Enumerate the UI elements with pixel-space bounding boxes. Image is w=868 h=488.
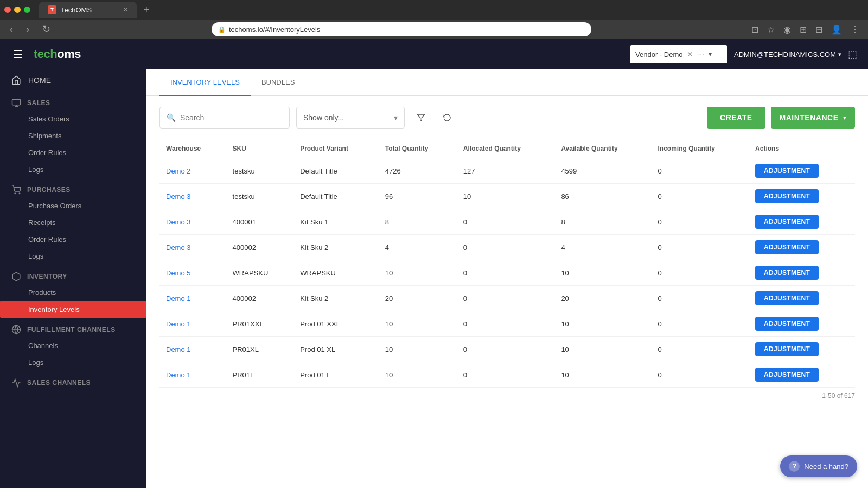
sidebar-section-fulfillment[interactable]: FULFILLMENT CHANNELS bbox=[0, 318, 146, 337]
sidebar-item-shipments[interactable]: Shipments bbox=[0, 127, 146, 144]
adjustment-button-0[interactable]: ADJUSTMENT bbox=[755, 164, 819, 178]
cell-total-4: 10 bbox=[379, 260, 457, 286]
warehouse-link-5[interactable]: Demo 1 bbox=[166, 294, 191, 303]
user-info[interactable]: ADMIN@TECHDINAMICS.COM ▾ bbox=[734, 50, 841, 59]
adjustment-button-6[interactable]: ADJUSTMENT bbox=[755, 317, 819, 331]
col-total-qty: Total Quantity bbox=[379, 139, 457, 158]
cell-total-2: 8 bbox=[379, 209, 457, 235]
warehouse-link-2[interactable]: Demo 3 bbox=[166, 218, 191, 226]
refresh-icon-button[interactable] bbox=[437, 108, 457, 127]
minimize-traffic-light[interactable] bbox=[14, 7, 21, 13]
cell-available-6: 10 bbox=[554, 311, 651, 337]
warehouse-link-8[interactable]: Demo 1 bbox=[166, 371, 191, 379]
sidebar-item-fulfillment-logs[interactable]: Logs bbox=[0, 354, 146, 371]
sidebar-item-home[interactable]: HOME bbox=[0, 69, 146, 91]
sidebar-section-inventory[interactable]: INVENTORY bbox=[0, 265, 146, 284]
create-button[interactable]: CREATE bbox=[707, 107, 765, 129]
adjustment-button-2[interactable]: ADJUSTMENT bbox=[755, 215, 819, 229]
search-box[interactable]: 🔍 bbox=[159, 107, 290, 129]
tab-inventory-levels[interactable]: INVENTORY LEVELS bbox=[159, 69, 251, 96]
svg-point-4 bbox=[19, 193, 20, 194]
sidebar-item-purchases-logs[interactable]: Logs bbox=[0, 248, 146, 265]
maintenance-button[interactable]: MAINTENANCE ▾ bbox=[771, 107, 855, 129]
close-traffic-light[interactable] bbox=[4, 7, 11, 13]
back-button[interactable]: ‹ bbox=[7, 23, 16, 36]
address-bar[interactable]: 🔒 techoms.io/#/InventoryLevels bbox=[212, 22, 591, 36]
cell-incoming-1: 0 bbox=[651, 184, 749, 209]
warehouse-link-3[interactable]: Demo 3 bbox=[166, 243, 191, 252]
help-button[interactable]: ? Need a hand? bbox=[780, 455, 857, 477]
sidebar-item-sales-order-rules[interactable]: Order Rules bbox=[0, 144, 146, 161]
cell-variant-8: Prod 01 L bbox=[293, 362, 379, 388]
sidebar-item-sales-orders[interactable]: Sales Orders bbox=[0, 111, 146, 127]
cell-allocated-0: 127 bbox=[457, 158, 555, 184]
sidebar-section-sales-channels[interactable]: SALES CHANNELS bbox=[0, 371, 146, 390]
logout-button[interactable]: ⬚ bbox=[848, 48, 857, 60]
forward-button[interactable]: › bbox=[23, 23, 33, 36]
sidebar-item-sales-logs[interactable]: Logs bbox=[0, 161, 146, 178]
cell-warehouse-4: Demo 5 bbox=[159, 260, 226, 286]
sidebar-item-products[interactable]: Products bbox=[0, 284, 146, 301]
cell-warehouse-6: Demo 1 bbox=[159, 311, 226, 337]
adjustment-button-8[interactable]: ADJUSTMENT bbox=[755, 368, 819, 382]
warehouse-link-4[interactable]: Demo 5 bbox=[166, 269, 191, 277]
sidebar-section-sales[interactable]: SALES bbox=[0, 91, 146, 111]
cell-sku-0: testsku bbox=[226, 158, 294, 184]
warehouse-link-7[interactable]: Demo 1 bbox=[166, 345, 191, 354]
cell-available-4: 10 bbox=[554, 260, 651, 286]
vendor-chevron-icon[interactable]: ▾ bbox=[709, 50, 712, 58]
table-row: Demo 3 400001 Kit Sku 1 8 0 8 0 ADJUSTME… bbox=[159, 209, 855, 235]
cell-available-8: 10 bbox=[554, 362, 651, 388]
cast-icon[interactable]: ⊡ bbox=[749, 23, 761, 36]
cell-variant-2: Kit Sku 1 bbox=[293, 209, 379, 235]
purchases-icon bbox=[11, 184, 22, 195]
vendor-more-button[interactable]: ··· bbox=[698, 50, 704, 59]
tab-close-button[interactable]: × bbox=[123, 5, 128, 15]
search-input[interactable] bbox=[180, 113, 267, 122]
adjustment-button-4[interactable]: ADJUSTMENT bbox=[755, 266, 819, 280]
table-toolbar: 🔍 Show only... ▾ bbox=[159, 107, 855, 129]
tab-bundles[interactable]: BUNDLES bbox=[251, 69, 305, 96]
techoms-icon[interactable]: ◉ bbox=[781, 23, 793, 36]
fulfillment-section-label: FULFILLMENT CHANNELS bbox=[27, 326, 116, 333]
filter-dropdown[interactable]: Show only... ▾ bbox=[296, 107, 405, 129]
cell-actions-1: ADJUSTMENT bbox=[749, 184, 855, 209]
active-browser-tab[interactable]: T TechOMS × bbox=[39, 2, 137, 18]
vendor-selector[interactable]: Vendor - Demo ✕ ··· ▾ bbox=[630, 45, 727, 63]
table-row: Demo 1 PR01XL Prod 01 XL 10 0 10 0 ADJUS… bbox=[159, 337, 855, 362]
vendor-label: Vendor - Demo bbox=[635, 50, 682, 59]
warehouse-link-1[interactable]: Demo 3 bbox=[166, 192, 191, 201]
new-tab-button[interactable]: + bbox=[139, 2, 154, 18]
sidebar-section-purchases[interactable]: PURCHASES bbox=[0, 178, 146, 197]
warehouse-link-0[interactable]: Demo 2 bbox=[166, 167, 191, 175]
purchases-section-label: PURCHASES bbox=[27, 186, 71, 194]
sidebar-item-inventory-levels[interactable]: Inventory Levels bbox=[0, 301, 146, 318]
adjustment-button-1[interactable]: ADJUSTMENT bbox=[755, 189, 819, 203]
bookmark-icon[interactable]: ☆ bbox=[765, 23, 777, 36]
col-incoming-qty: Incoming Quantity bbox=[651, 139, 749, 158]
adjustment-button-7[interactable]: ADJUSTMENT bbox=[755, 342, 819, 356]
vendor-clear-button[interactable]: ✕ bbox=[687, 50, 693, 59]
sidebar-item-channels[interactable]: Channels bbox=[0, 337, 146, 354]
refresh-button[interactable]: ↻ bbox=[39, 22, 54, 36]
filter-icon-button[interactable] bbox=[411, 108, 431, 127]
sidebar-item-receipts[interactable]: Receipts bbox=[0, 214, 146, 231]
adjustment-button-5[interactable]: ADJUSTMENT bbox=[755, 291, 819, 305]
profile-icon[interactable]: 👤 bbox=[829, 23, 844, 36]
help-label: Need a hand? bbox=[804, 463, 848, 471]
adjustment-button-3[interactable]: ADJUSTMENT bbox=[755, 240, 819, 254]
menu-icon[interactable]: ⋮ bbox=[848, 23, 861, 36]
cell-available-2: 8 bbox=[554, 209, 651, 235]
cell-sku-1: testsku bbox=[226, 184, 294, 209]
sidebar-item-purchases-order-rules[interactable]: Order Rules bbox=[0, 231, 146, 248]
maximize-traffic-light[interactable] bbox=[24, 7, 30, 13]
puzzle-icon[interactable]: ⊞ bbox=[797, 23, 809, 36]
sidebar-item-purchase-orders[interactable]: Purchase Orders bbox=[0, 197, 146, 214]
window-icon[interactable]: ⊟ bbox=[813, 23, 825, 36]
sidebar-toggle-button[interactable]: ☰ bbox=[11, 46, 25, 63]
sales-channels-icon bbox=[11, 377, 22, 388]
cell-warehouse-3: Demo 3 bbox=[159, 235, 226, 260]
tab-title: TechOMS bbox=[61, 6, 92, 14]
filter-chevron-icon: ▾ bbox=[394, 113, 398, 122]
warehouse-link-6[interactable]: Demo 1 bbox=[166, 320, 191, 328]
